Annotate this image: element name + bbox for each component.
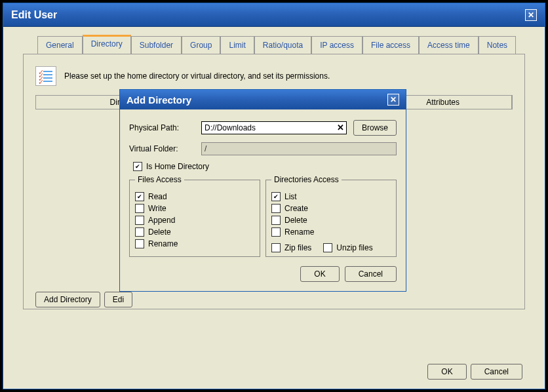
main-title: Edit User [11,9,525,21]
files-write-checkbox[interactable] [135,204,144,213]
dialog-close-icon[interactable]: ✕ [387,94,399,106]
files-rename-checkbox[interactable] [135,239,144,248]
zip-files-checkbox[interactable] [271,243,281,252]
tab-ip-access[interactable]: IP access [311,36,362,54]
zip-files-label: Zip files [284,243,311,252]
files-delete-checkbox[interactable] [135,227,144,237]
files-append-label: Append [148,216,175,225]
add-directory-dialog: Add Directory ✕ Physical Path: ✕ Browse … [119,89,406,292]
dirs-rename-checkbox[interactable] [271,227,281,237]
dirs-access-group: Directories Access List Create Delete Re… [265,175,397,257]
dirs-list-label: List [284,192,297,201]
clear-input-icon[interactable]: ✕ [337,123,344,132]
tab-directory[interactable]: Directory [83,35,131,54]
physical-path-label: Physical Path: [129,123,195,132]
browse-button[interactable]: Browse [353,120,397,136]
tab-limit[interactable]: Limit [220,36,254,54]
files-access-group: Files Access Read Write Append Delete Re… [129,175,260,257]
tab-notes[interactable]: Notes [479,36,516,54]
add-directory-button[interactable]: Add Directory [35,292,100,307]
virtual-folder-label: Virtual Folder: [129,144,195,153]
tab-general[interactable]: General [37,36,83,54]
dialog-ok-button[interactable]: OK [300,266,339,282]
main-button-row: OK Cancel [427,364,522,380]
edit-directory-button[interactable]: Edi [104,292,132,307]
dialog-title: Add Directory [127,94,387,106]
dirs-rename-label: Rename [284,227,314,237]
tab-group[interactable]: Group [182,36,220,54]
virtual-folder-input: / [201,142,397,155]
dirs-delete-label: Delete [284,216,307,225]
close-icon[interactable]: ✕ [525,9,537,21]
unzip-files-checkbox[interactable] [323,243,332,252]
tab-subfolder[interactable]: Subfolder [131,36,182,54]
files-delete-label: Delete [148,227,171,237]
files-access-legend: Files Access [135,175,184,184]
dirs-delete-checkbox[interactable] [271,216,281,225]
tab-strip: General Directory Subfolder Group Limit … [37,35,525,54]
files-read-checkbox[interactable] [135,192,144,201]
physical-path-input[interactable] [201,121,347,134]
instruction-row: Please set up the home directory or virt… [35,66,513,86]
dirs-list-checkbox[interactable] [271,192,281,201]
main-ok-button[interactable]: OK [427,364,466,380]
main-titlebar: Edit User ✕ [3,3,545,27]
unzip-files-label: Unzip files [336,243,372,252]
files-rename-label: Rename [148,239,178,248]
dirs-create-label: Create [284,204,308,213]
files-append-checkbox[interactable] [135,216,144,225]
files-write-label: Write [148,204,166,213]
dirs-create-checkbox[interactable] [271,204,281,213]
tab-file-access[interactable]: File access [362,36,419,54]
dialog-titlebar: Add Directory ✕ [120,90,406,109]
tab-access-time[interactable]: Access time [419,36,479,54]
tab-ratio-quota[interactable]: Ratio/quota [254,36,311,54]
dirs-access-legend: Directories Access [271,175,342,184]
dialog-cancel-button[interactable]: Cancel [345,266,397,282]
checklist-icon [35,66,56,86]
is-home-label: Is Home Directory [146,162,209,171]
instruction-text: Please set up the home directory or virt… [64,71,330,81]
is-home-checkbox[interactable] [133,162,142,171]
main-cancel-button[interactable]: Cancel [471,364,522,380]
files-read-label: Read [148,192,167,201]
